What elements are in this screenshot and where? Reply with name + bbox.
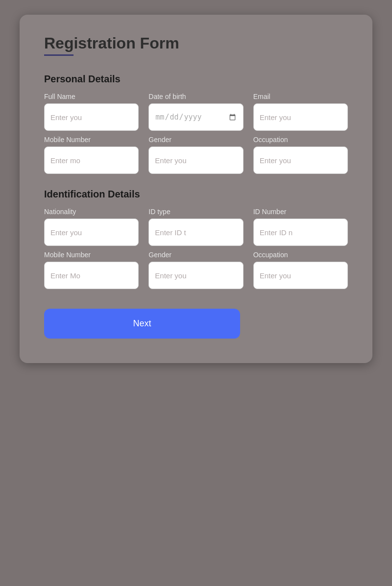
email-input[interactable] (253, 103, 348, 131)
identification-occupation-group: Occupation (253, 251, 348, 289)
id-type-input[interactable] (148, 219, 243, 246)
personal-occupation-input[interactable] (253, 146, 348, 174)
id-number-group: ID Number (253, 208, 348, 246)
personal-mobile-label: Mobile Number (44, 136, 139, 144)
page-container: Registration Form Personal Details Full … (0, 0, 392, 586)
id-type-group: ID type (148, 208, 243, 246)
next-button[interactable]: Next (44, 309, 240, 339)
form-title: Registration Form (44, 34, 179, 56)
personal-gender-label: Gender (148, 136, 243, 144)
full-name-input[interactable] (44, 103, 139, 131)
identification-occupation-input[interactable] (253, 262, 348, 289)
email-group: Email (253, 93, 348, 131)
personal-occupation-group: Occupation (253, 136, 348, 174)
email-label: Email (253, 93, 348, 100)
identification-details-heading: Identification Details (44, 189, 348, 200)
identification-mobile-group: Mobile Number (44, 251, 139, 289)
identification-occupation-label: Occupation (253, 251, 348, 259)
id-number-input[interactable] (253, 219, 348, 246)
id-type-label: ID type (148, 208, 243, 216)
personal-gender-group: Gender (148, 136, 243, 174)
personal-fields-row1: Full Name Date of birth Email (44, 93, 348, 131)
dob-group: Date of birth (148, 93, 243, 131)
nationality-input[interactable] (44, 219, 139, 246)
dob-input[interactable] (148, 103, 243, 131)
full-name-label: Full Name (44, 93, 139, 100)
identification-gender-input[interactable] (148, 262, 243, 289)
personal-details-heading: Personal Details (44, 73, 348, 85)
nationality-group: Nationality (44, 208, 139, 246)
personal-gender-input[interactable] (148, 146, 243, 174)
personal-mobile-group: Mobile Number (44, 136, 139, 174)
identification-mobile-label: Mobile Number (44, 251, 139, 259)
full-name-group: Full Name (44, 93, 139, 131)
identification-mobile-input[interactable] (44, 262, 139, 289)
form-card: Registration Form Personal Details Full … (20, 15, 372, 363)
identification-gender-group: Gender (148, 251, 243, 289)
identification-fields-row2: Mobile Number Gender Occupation (44, 251, 348, 289)
nationality-label: Nationality (44, 208, 139, 216)
identification-fields-row1: Nationality ID type ID Number (44, 208, 348, 246)
personal-occupation-label: Occupation (253, 136, 348, 144)
identification-gender-label: Gender (148, 251, 243, 259)
dob-label: Date of birth (148, 93, 243, 100)
personal-mobile-input[interactable] (44, 146, 139, 174)
personal-fields-row2: Mobile Number Gender Occupation (44, 136, 348, 174)
id-number-label: ID Number (253, 208, 348, 216)
